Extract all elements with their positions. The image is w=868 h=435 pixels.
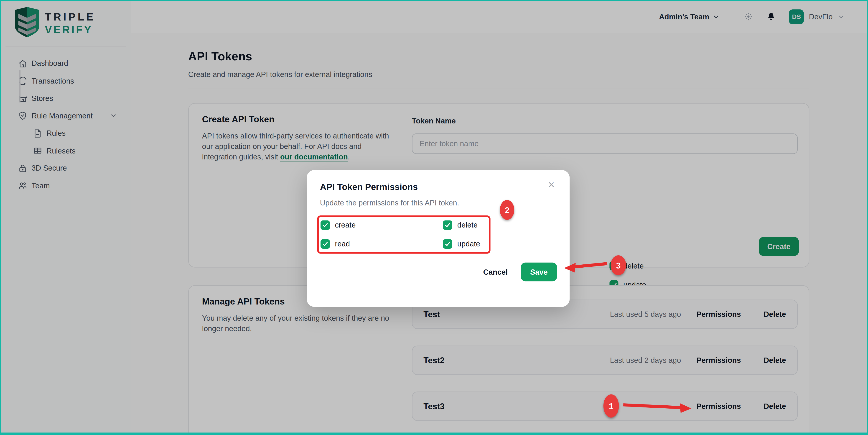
screenshot-stage: TRIPLE VERIFY Dashboard Transactions: [0, 0, 868, 435]
checkbox-checked-icon: [320, 239, 330, 249]
permission-label: create: [335, 221, 355, 229]
cancel-button[interactable]: Cancel: [479, 268, 512, 276]
modal-permission-create[interactable]: create: [320, 221, 355, 230]
checkbox-checked-icon: [443, 239, 452, 249]
save-button[interactable]: Save: [521, 263, 557, 282]
permission-label: read: [335, 240, 350, 248]
permissions-modal: API Token Permissions ✕ Update the permi…: [307, 170, 569, 307]
modal-permission-update[interactable]: update: [443, 239, 480, 249]
permission-label: delete: [457, 221, 477, 229]
modal-permission-read[interactable]: read: [320, 239, 350, 249]
permission-label: update: [457, 240, 480, 248]
app-viewport: TRIPLE VERIFY Dashboard Transactions: [0, 0, 868, 435]
modal-permission-delete[interactable]: delete: [443, 221, 477, 230]
modal-description: Update the permissions for this API toke…: [320, 199, 459, 207]
checkbox-checked-icon: [443, 221, 452, 230]
checkbox-checked-icon: [320, 221, 330, 230]
modal-title: API Token Permissions: [320, 182, 418, 192]
close-icon[interactable]: ✕: [546, 180, 556, 190]
